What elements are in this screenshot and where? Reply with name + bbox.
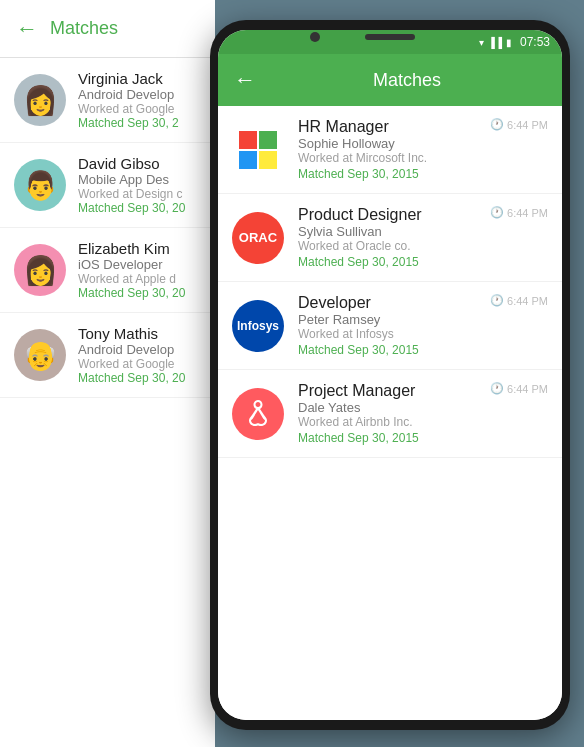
avatar: 👩 (14, 244, 66, 296)
match-date: Matched Sep 30, 2015 (298, 431, 476, 445)
ms-logo-red (239, 131, 257, 149)
match-role: Android Develop (78, 87, 201, 102)
match-company: Worked at Mircosoft Inc. (298, 151, 476, 165)
match-person-name: Dale Yates (298, 400, 476, 415)
left-back-icon[interactable]: ← (16, 16, 38, 42)
match-name: Elizabeth Kim (78, 240, 201, 257)
time-value: 6:44 PM (507, 207, 548, 219)
match-date: Matched Sep 30, 20 (78, 371, 201, 385)
match-worked: Worked at Google (78, 357, 201, 371)
match-role: iOS Developer (78, 257, 201, 272)
list-item[interactable]: 👨 David Gibso Mobile App Des Worked at D… (0, 143, 215, 228)
app-title: Matches (268, 70, 546, 91)
ms-logo-yellow (259, 151, 277, 169)
list-item[interactable]: ORAC Product Designer Sylvia Sullivan Wo… (218, 194, 562, 282)
left-panel-title: Matches (50, 18, 118, 39)
match-date: Matched Sep 30, 20 (78, 286, 201, 300)
match-info: Virginia Jack Android Develop Worked at … (78, 70, 201, 130)
match-person-name: Peter Ramsey (298, 312, 476, 327)
left-panel-header: ← Matches (0, 0, 215, 58)
match-role: Mobile App Des (78, 172, 201, 187)
matches-list: HR Manager Sophie Holloway Worked at Mir… (218, 106, 562, 720)
airbnb-icon (232, 388, 284, 440)
company-logo-airbnb (232, 388, 284, 440)
ms-logo-blue (239, 151, 257, 169)
match-job-title: Project Manager (298, 382, 476, 400)
list-item[interactable]: 👩 Virginia Jack Android Develop Worked a… (0, 58, 215, 143)
match-company: Worked at Infosys (298, 327, 476, 341)
phone-speaker (365, 34, 415, 40)
match-worked: Worked at Google (78, 102, 201, 116)
match-time: 🕐 6:44 PM (490, 382, 548, 395)
match-info: Product Designer Sylvia Sullivan Worked … (298, 206, 476, 269)
match-worked: Worked at Design c (78, 187, 201, 201)
battery-icon: ▮ (506, 37, 512, 48)
clock-icon: 🕐 (490, 382, 504, 395)
company-logo-oracle: ORAC (232, 212, 284, 264)
match-info: Project Manager Dale Yates Worked at Air… (298, 382, 476, 445)
phone-screen: ▾ ▐▐ ▮ 07:53 ← Matches (218, 30, 562, 720)
phone-body: ▾ ▐▐ ▮ 07:53 ← Matches (210, 20, 570, 730)
match-person-name: Sylvia Sullivan (298, 224, 476, 239)
match-info: Developer Peter Ramsey Worked at Infosys… (298, 294, 476, 357)
match-company: Worked at Oracle co. (298, 239, 476, 253)
match-name: Tony Mathis (78, 325, 201, 342)
company-logo-infosys: Infosys (232, 300, 284, 352)
time-value: 6:44 PM (507, 119, 548, 131)
match-info: David Gibso Mobile App Des Worked at Des… (78, 155, 201, 215)
clock-icon: 🕐 (490, 206, 504, 219)
match-worked: Worked at Apple d (78, 272, 201, 286)
avatar: 👴 (14, 329, 66, 381)
match-role: Android Develop (78, 342, 201, 357)
infosys-icon: Infosys (232, 300, 284, 352)
match-date: Matched Sep 30, 2015 (298, 167, 476, 181)
time-value: 6:44 PM (507, 295, 548, 307)
phone-camera (310, 32, 320, 42)
clock-icon: 🕐 (490, 294, 504, 307)
list-item[interactable]: 👴 Tony Mathis Android Develop Worked at … (0, 313, 215, 398)
phone-device: ▾ ▐▐ ▮ 07:53 ← Matches (210, 20, 570, 730)
match-time: 🕐 6:44 PM (490, 206, 548, 219)
match-date: Matched Sep 30, 2015 (298, 255, 476, 269)
match-name: Virginia Jack (78, 70, 201, 87)
avatar: 👩 (14, 74, 66, 126)
match-job-title: Product Designer (298, 206, 476, 224)
match-info: Tony Mathis Android Develop Worked at Go… (78, 325, 201, 385)
list-item[interactable]: Infosys Developer Peter Ramsey Worked at… (218, 282, 562, 370)
status-time: 07:53 (520, 35, 550, 49)
back-button[interactable]: ← (234, 67, 256, 93)
match-date: Matched Sep 30, 2015 (298, 343, 476, 357)
signal-icon: ▐▐ (488, 37, 502, 48)
oracle-icon: ORAC (232, 212, 284, 264)
list-item[interactable]: HR Manager Sophie Holloway Worked at Mir… (218, 106, 562, 194)
avatar: 👨 (14, 159, 66, 211)
match-info: HR Manager Sophie Holloway Worked at Mir… (298, 118, 476, 181)
status-icons: ▾ ▐▐ ▮ 07:53 (479, 35, 550, 49)
microsoft-icon (239, 131, 277, 169)
match-job-title: Developer (298, 294, 476, 312)
list-item[interactable]: 👩 Elizabeth Kim iOS Developer Worked at … (0, 228, 215, 313)
match-time: 🕐 6:44 PM (490, 294, 548, 307)
match-job-title: HR Manager (298, 118, 476, 136)
wifi-icon: ▾ (479, 37, 484, 48)
left-panel: ← Matches 👩 Virginia Jack Android Develo… (0, 0, 215, 747)
match-person-name: Sophie Holloway (298, 136, 476, 151)
company-logo-microsoft (232, 124, 284, 176)
ms-logo-green (259, 131, 277, 149)
match-time: 🕐 6:44 PM (490, 118, 548, 131)
match-date: Matched Sep 30, 20 (78, 201, 201, 215)
match-info: Elizabeth Kim iOS Developer Worked at Ap… (78, 240, 201, 300)
match-name: David Gibso (78, 155, 201, 172)
clock-icon: 🕐 (490, 118, 504, 131)
time-value: 6:44 PM (507, 383, 548, 395)
list-item[interactable]: Project Manager Dale Yates Worked at Air… (218, 370, 562, 458)
match-company: Worked at Airbnb Inc. (298, 415, 476, 429)
match-date: Matched Sep 30, 2 (78, 116, 201, 130)
app-header: ← Matches (218, 54, 562, 106)
